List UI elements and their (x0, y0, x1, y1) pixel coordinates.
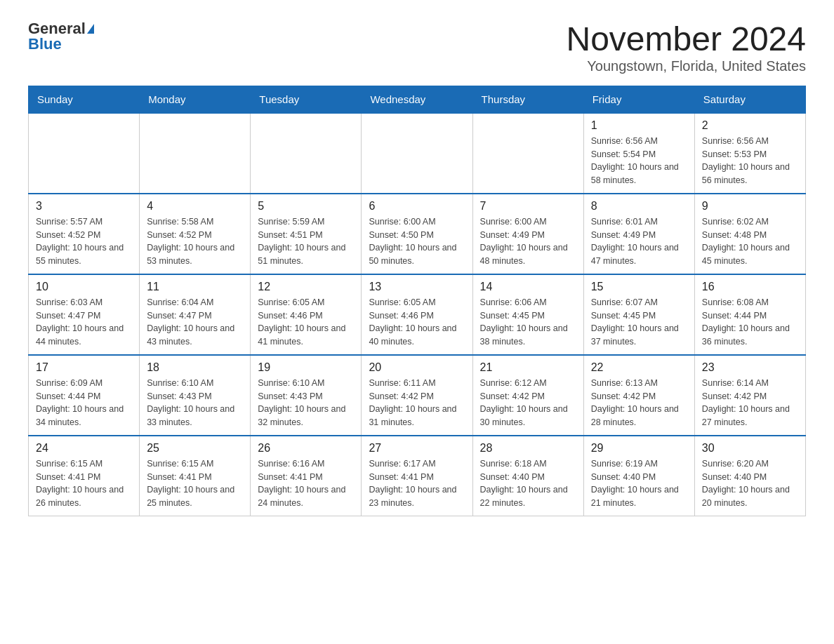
day-info: Sunrise: 6:00 AMSunset: 4:50 PMDaylight:… (369, 215, 465, 268)
day-number: 13 (369, 281, 465, 293)
day-info: Sunrise: 6:11 AMSunset: 4:42 PMDaylight:… (369, 377, 465, 429)
day-info: Sunrise: 6:09 AMSunset: 4:44 PMDaylight:… (36, 377, 132, 429)
header-row: SundayMondayTuesdayWednesdayThursdayFrid… (29, 86, 806, 113)
day-number: 6 (369, 200, 465, 213)
logo-arrow-icon (87, 24, 94, 34)
day-info: Sunrise: 6:08 AMSunset: 4:44 PMDaylight:… (702, 296, 798, 349)
day-number: 11 (147, 281, 243, 293)
day-cell: 4Sunrise: 5:58 AMSunset: 4:52 PMDaylight… (140, 194, 251, 274)
day-info: Sunrise: 6:56 AMSunset: 5:53 PMDaylight:… (702, 135, 798, 187)
logo-blue: Blue (28, 36, 62, 52)
day-cell: 5Sunrise: 5:59 AMSunset: 4:51 PMDaylight… (251, 194, 362, 274)
day-number: 25 (147, 442, 243, 455)
day-cell: 23Sunrise: 6:14 AMSunset: 4:42 PMDayligh… (694, 355, 805, 436)
day-number: 8 (591, 200, 687, 213)
day-cell: 1Sunrise: 6:56 AMSunset: 5:54 PMDaylight… (583, 113, 694, 194)
day-cell: 29Sunrise: 6:19 AMSunset: 4:40 PMDayligh… (583, 436, 694, 516)
day-info: Sunrise: 6:10 AMSunset: 4:43 PMDaylight:… (147, 377, 243, 429)
day-info: Sunrise: 6:17 AMSunset: 4:41 PMDaylight:… (369, 457, 465, 510)
day-number: 20 (369, 361, 465, 374)
page-header: General Blue November 2024 Youngstown, F… (28, 21, 806, 74)
day-cell: 18Sunrise: 6:10 AMSunset: 4:43 PMDayligh… (140, 355, 251, 436)
day-cell: 14Sunrise: 6:06 AMSunset: 4:45 PMDayligh… (472, 274, 583, 355)
day-info: Sunrise: 6:15 AMSunset: 4:41 PMDaylight:… (36, 457, 132, 510)
day-header-wednesday: Wednesday (362, 86, 472, 113)
day-cell: 19Sunrise: 6:10 AMSunset: 4:43 PMDayligh… (251, 355, 362, 436)
day-number: 5 (258, 200, 354, 213)
day-cell: 28Sunrise: 6:18 AMSunset: 4:40 PMDayligh… (472, 436, 583, 516)
calendar-table: SundayMondayTuesdayWednesdayThursdayFrid… (28, 86, 806, 516)
day-cell: 30Sunrise: 6:20 AMSunset: 4:40 PMDayligh… (694, 436, 805, 516)
day-number: 9 (702, 200, 798, 213)
day-cell (29, 113, 140, 194)
day-info: Sunrise: 6:56 AMSunset: 5:54 PMDaylight:… (591, 135, 687, 187)
day-number: 3 (36, 200, 132, 213)
day-info: Sunrise: 6:00 AMSunset: 4:49 PMDaylight:… (480, 215, 576, 268)
day-number: 4 (147, 200, 243, 213)
day-cell: 24Sunrise: 6:15 AMSunset: 4:41 PMDayligh… (29, 436, 140, 516)
day-number: 19 (258, 361, 354, 374)
day-cell: 2Sunrise: 6:56 AMSunset: 5:53 PMDaylight… (694, 113, 805, 194)
day-number: 23 (702, 361, 798, 374)
logo-general: General (28, 21, 86, 36)
day-info: Sunrise: 6:02 AMSunset: 4:48 PMDaylight:… (702, 215, 798, 268)
logo: General Blue (28, 21, 94, 52)
day-cell: 11Sunrise: 6:04 AMSunset: 4:47 PMDayligh… (140, 274, 251, 355)
day-cell: 21Sunrise: 6:12 AMSunset: 4:42 PMDayligh… (472, 355, 583, 436)
location-title: Youngstown, Florida, United States (566, 58, 806, 74)
day-info: Sunrise: 6:05 AMSunset: 4:46 PMDaylight:… (369, 296, 465, 349)
day-info: Sunrise: 6:06 AMSunset: 4:45 PMDaylight:… (480, 296, 576, 349)
day-number: 22 (591, 361, 687, 374)
day-info: Sunrise: 6:10 AMSunset: 4:43 PMDaylight:… (258, 377, 354, 429)
day-cell: 7Sunrise: 6:00 AMSunset: 4:49 PMDaylight… (472, 194, 583, 274)
day-cell: 3Sunrise: 5:57 AMSunset: 4:52 PMDaylight… (29, 194, 140, 274)
day-number: 17 (36, 361, 132, 374)
day-cell: 20Sunrise: 6:11 AMSunset: 4:42 PMDayligh… (362, 355, 472, 436)
day-cell: 8Sunrise: 6:01 AMSunset: 4:49 PMDaylight… (583, 194, 694, 274)
day-number: 27 (369, 442, 465, 455)
day-number: 7 (480, 200, 576, 213)
day-number: 21 (480, 361, 576, 374)
day-info: Sunrise: 5:58 AMSunset: 4:52 PMDaylight:… (147, 215, 243, 268)
day-header-monday: Monday (140, 86, 251, 113)
day-number: 24 (36, 442, 132, 455)
day-cell: 25Sunrise: 6:15 AMSunset: 4:41 PMDayligh… (140, 436, 251, 516)
week-row-4: 17Sunrise: 6:09 AMSunset: 4:44 PMDayligh… (29, 355, 806, 436)
day-info: Sunrise: 6:15 AMSunset: 4:41 PMDaylight:… (147, 457, 243, 510)
day-cell: 15Sunrise: 6:07 AMSunset: 4:45 PMDayligh… (583, 274, 694, 355)
week-row-1: 1Sunrise: 6:56 AMSunset: 5:54 PMDaylight… (29, 113, 806, 194)
week-row-2: 3Sunrise: 5:57 AMSunset: 4:52 PMDaylight… (29, 194, 806, 274)
day-info: Sunrise: 6:01 AMSunset: 4:49 PMDaylight:… (591, 215, 687, 268)
day-cell: 10Sunrise: 6:03 AMSunset: 4:47 PMDayligh… (29, 274, 140, 355)
day-number: 2 (702, 119, 798, 132)
day-info: Sunrise: 6:18 AMSunset: 4:40 PMDaylight:… (480, 457, 576, 510)
day-number: 29 (591, 442, 687, 455)
week-row-3: 10Sunrise: 6:03 AMSunset: 4:47 PMDayligh… (29, 274, 806, 355)
day-info: Sunrise: 6:16 AMSunset: 4:41 PMDaylight:… (258, 457, 354, 510)
day-header-thursday: Thursday (472, 86, 583, 113)
day-header-tuesday: Tuesday (251, 86, 362, 113)
month-title: November 2024 (566, 21, 806, 58)
day-info: Sunrise: 6:20 AMSunset: 4:40 PMDaylight:… (702, 457, 798, 510)
day-info: Sunrise: 6:12 AMSunset: 4:42 PMDaylight:… (480, 377, 576, 429)
day-info: Sunrise: 6:04 AMSunset: 4:47 PMDaylight:… (147, 296, 243, 349)
day-header-saturday: Saturday (694, 86, 805, 113)
day-number: 30 (702, 442, 798, 455)
day-info: Sunrise: 6:03 AMSunset: 4:47 PMDaylight:… (36, 296, 132, 349)
day-number: 15 (591, 281, 687, 293)
day-cell (140, 113, 251, 194)
week-row-5: 24Sunrise: 6:15 AMSunset: 4:41 PMDayligh… (29, 436, 806, 516)
day-cell (472, 113, 583, 194)
day-cell: 6Sunrise: 6:00 AMSunset: 4:50 PMDaylight… (362, 194, 472, 274)
day-number: 28 (480, 442, 576, 455)
day-number: 12 (258, 281, 354, 293)
day-cell: 13Sunrise: 6:05 AMSunset: 4:46 PMDayligh… (362, 274, 472, 355)
day-info: Sunrise: 5:57 AMSunset: 4:52 PMDaylight:… (36, 215, 132, 268)
day-info: Sunrise: 6:07 AMSunset: 4:45 PMDaylight:… (591, 296, 687, 349)
day-header-sunday: Sunday (29, 86, 140, 113)
day-number: 26 (258, 442, 354, 455)
day-cell: 16Sunrise: 6:08 AMSunset: 4:44 PMDayligh… (694, 274, 805, 355)
day-info: Sunrise: 5:59 AMSunset: 4:51 PMDaylight:… (258, 215, 354, 268)
day-info: Sunrise: 6:19 AMSunset: 4:40 PMDaylight:… (591, 457, 687, 510)
day-cell: 9Sunrise: 6:02 AMSunset: 4:48 PMDaylight… (694, 194, 805, 274)
